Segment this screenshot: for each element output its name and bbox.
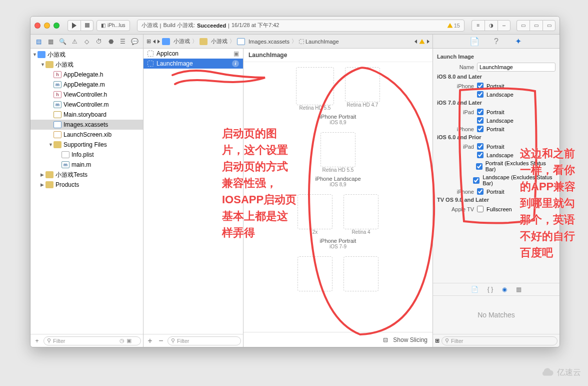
search-navigator-tab[interactable]: 🔍 bbox=[58, 37, 67, 46]
crumb-item[interactable]: LaunchImage bbox=[299, 39, 339, 45]
tree-item[interactable]: Main.storyboard bbox=[30, 110, 143, 120]
asset-canvas: LaunchImage Retina HD 5.5 Retina HD 4.7 … bbox=[244, 49, 432, 347]
option-checkbox[interactable] bbox=[476, 163, 482, 170]
asset-list: AppIcon ▣ LaunchImage i + − ⚲ Filter bbox=[144, 49, 244, 347]
option-checkbox[interactable] bbox=[477, 188, 484, 195]
lib-code-tab[interactable]: { } bbox=[488, 286, 493, 293]
tree-label: Images.xcassets bbox=[64, 121, 108, 128]
option-checkbox[interactable] bbox=[477, 206, 484, 212]
tree-item[interactable]: Info.plist bbox=[30, 150, 143, 160]
tree-item[interactable]: hAppDelegate.h bbox=[30, 70, 143, 80]
slot-retina4[interactable] bbox=[344, 194, 378, 229]
slot-extra-1[interactable] bbox=[298, 256, 332, 291]
inspector-group-title: iOS 6.0 and Prior bbox=[437, 134, 556, 140]
tree-item[interactable]: ▶Products bbox=[30, 180, 143, 190]
tree-item[interactable]: ▼小游戏 bbox=[30, 50, 143, 60]
crumb-assets[interactable]: Images.xcassets bbox=[237, 38, 290, 45]
minimize-button[interactable] bbox=[44, 23, 50, 29]
slot-landscape-55[interactable] bbox=[320, 132, 356, 167]
canvas-toggle-icon[interactable]: ⊟ bbox=[383, 336, 388, 343]
asset-remove-button[interactable]: − bbox=[156, 336, 166, 345]
close-button[interactable] bbox=[34, 23, 40, 29]
tree-item[interactable]: LaunchScreen.xib bbox=[30, 130, 143, 140]
lib-object-tab[interactable]: ◉ bbox=[502, 286, 507, 293]
file-inspector-tab[interactable]: 📄 bbox=[470, 37, 479, 46]
warning-badge[interactable]: 15 bbox=[447, 23, 460, 29]
editor-version-button[interactable]: ↔ bbox=[498, 20, 510, 31]
lib-view-icon[interactable]: ⊞ bbox=[435, 337, 440, 344]
slot-2x[interactable] bbox=[298, 194, 332, 229]
tree-item[interactable]: ▼Supporting Files bbox=[30, 140, 143, 150]
report-navigator-tab[interactable]: ☰ bbox=[118, 37, 128, 46]
option-checkbox[interactable] bbox=[473, 177, 480, 184]
tree-label: Products bbox=[56, 181, 79, 188]
run-button[interactable] bbox=[68, 20, 80, 31]
log-navigator-tab[interactable]: 💬 bbox=[130, 37, 140, 46]
tabrow: ▤ ▦ 🔍 ⚠ ◇ ⏱ ⬣ ☰ 💬 ⊞ 小游戏〉 小游戏〉 Images.xca… bbox=[30, 35, 560, 49]
tree-item[interactable]: Images.xcassets bbox=[30, 120, 143, 130]
option-checkbox[interactable] bbox=[477, 83, 484, 89]
counterpart-back[interactable] bbox=[414, 39, 417, 45]
toggle-inspector-button[interactable]: ▭ bbox=[542, 20, 556, 31]
option-checkbox[interactable] bbox=[477, 143, 484, 150]
show-slicing-button[interactable]: Show Slicing bbox=[393, 336, 428, 343]
slot-retina-hd-55[interactable] bbox=[296, 67, 334, 105]
debug-navigator-tab[interactable]: ⏱ bbox=[94, 37, 104, 46]
asset-appicon[interactable]: AppIcon ▣ bbox=[144, 49, 243, 59]
help-inspector-tab[interactable]: ? bbox=[492, 37, 501, 46]
navigator-filter[interactable]: ⚲ Filter ◷ ▣ bbox=[44, 336, 141, 345]
tree-item[interactable]: ▼小游戏 bbox=[30, 60, 143, 70]
toggle-debug-button[interactable]: ▭ bbox=[530, 20, 542, 31]
filter-scope-icon[interactable]: ◷ bbox=[120, 337, 124, 344]
related-items-button[interactable]: ⊞ bbox=[146, 38, 151, 45]
breakpoint-navigator-tab[interactable]: ⬣ bbox=[106, 37, 116, 46]
imageset-icon bbox=[148, 61, 154, 67]
option-checkbox[interactable] bbox=[477, 117, 484, 124]
crumb-project[interactable]: 小游戏 bbox=[162, 38, 190, 45]
issue-navigator-tab[interactable]: ⚠ bbox=[70, 37, 79, 46]
asset-launchimage[interactable]: LaunchImage i bbox=[144, 59, 243, 69]
crumb-folder[interactable]: 小游戏 bbox=[200, 38, 228, 45]
scheme-selector[interactable]: ◧ iPh...lus bbox=[96, 20, 130, 31]
filter-modified-icon[interactable]: ▣ bbox=[126, 337, 132, 344]
project-navigator: ▼小游戏▼小游戏hAppDelegate.hmAppDelegate.mhVie… bbox=[30, 49, 144, 347]
option-checkbox[interactable] bbox=[477, 126, 484, 132]
canvas-body[interactable]: Retina HD 5.5 Retina HD 4.7 iPhone Portr… bbox=[244, 62, 432, 332]
counterpart-forward[interactable] bbox=[427, 39, 430, 45]
symbol-navigator-tab[interactable]: ▦ bbox=[46, 37, 55, 46]
tree-item[interactable]: mmain.m bbox=[30, 160, 143, 170]
tree-item[interactable]: mAppDelegate.m bbox=[30, 80, 143, 90]
asset-filter[interactable]: ⚲ Filter bbox=[168, 336, 241, 345]
m-icon: m bbox=[62, 161, 70, 168]
add-file-button[interactable]: + bbox=[32, 336, 42, 345]
info-icon[interactable]: i bbox=[232, 60, 239, 67]
forward-button[interactable] bbox=[158, 39, 160, 45]
tree-item[interactable]: hViewController.h bbox=[30, 90, 143, 100]
library-filter[interactable]: ⚲ Filter bbox=[442, 336, 558, 345]
preview-icon[interactable]: ▣ bbox=[234, 50, 239, 57]
editor-standard-button[interactable]: ≡ bbox=[472, 20, 484, 31]
warning-icon[interactable] bbox=[419, 39, 425, 45]
back-button[interactable] bbox=[153, 39, 156, 45]
zoom-button[interactable] bbox=[54, 23, 60, 29]
attrs-inspector-tab[interactable]: ✦ bbox=[514, 37, 523, 46]
slot-retina-hd-47[interactable] bbox=[345, 67, 380, 102]
toggle-navigator-button[interactable]: ▭ bbox=[516, 20, 530, 31]
option-checkbox[interactable] bbox=[477, 152, 484, 158]
asset-add-button[interactable]: + bbox=[146, 336, 154, 345]
editor-assistant-button[interactable]: ◑ bbox=[484, 20, 498, 31]
project-navigator-tab[interactable]: ▤ bbox=[34, 37, 43, 46]
lib-file-tab[interactable]: 📄 bbox=[471, 286, 478, 293]
slot-extra-2[interactable] bbox=[344, 256, 378, 291]
tree-item[interactable]: ▶小游戏Tests bbox=[30, 170, 143, 180]
test-navigator-tab[interactable]: ◇ bbox=[82, 37, 91, 46]
lib-media-tab[interactable]: ▦ bbox=[516, 286, 522, 293]
file-tree[interactable]: ▼小游戏▼小游戏hAppDelegate.hmAppDelegate.mhVie… bbox=[30, 49, 143, 334]
pl-icon bbox=[62, 151, 70, 158]
name-input[interactable] bbox=[477, 63, 556, 72]
tree-item[interactable]: mViewController.m bbox=[30, 100, 143, 110]
stop-button[interactable] bbox=[80, 20, 94, 31]
option-checkbox[interactable] bbox=[477, 109, 484, 115]
option-checkbox[interactable] bbox=[477, 91, 484, 98]
navigator-tabs: ▤ ▦ 🔍 ⚠ ◇ ⏱ ⬣ ☰ 💬 bbox=[30, 35, 144, 48]
